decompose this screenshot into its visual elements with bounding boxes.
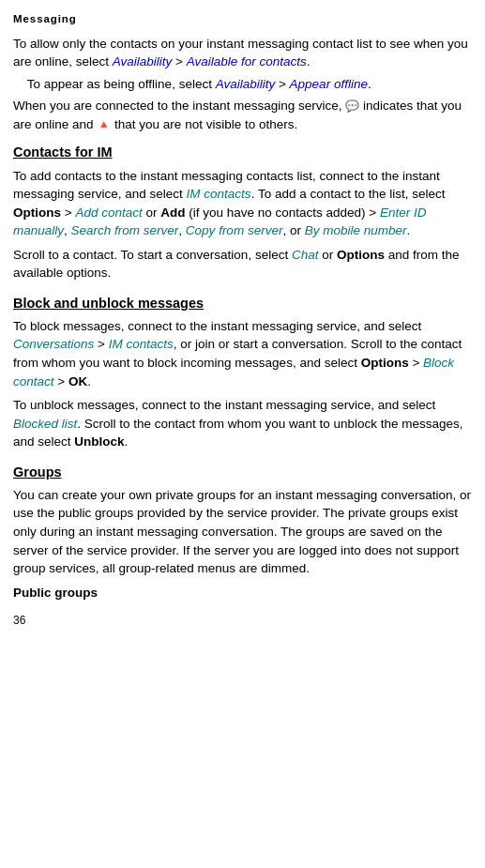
page-wrapper: Messaging To allow only the contacts on … xyxy=(0,0,485,648)
groups-para-1: You can create your own private groups f… xyxy=(13,486,472,578)
contacts-para-2: Scroll to a contact. To start a conversa… xyxy=(13,246,472,282)
block-para-1: To block messages, connect to the instan… xyxy=(13,317,472,390)
section-block-unblock: Block and unblock messages To block mess… xyxy=(13,294,472,451)
add-bold: Add xyxy=(160,206,185,220)
options-bold-2: Options xyxy=(337,248,385,262)
search-from-server-link[interactable]: Search from server xyxy=(71,223,179,237)
public-groups-label: Public groups xyxy=(13,586,98,600)
section-groups: Groups You can create your own private g… xyxy=(13,463,472,602)
section-contacts-for-im: Contacts for IM To add contacts to the i… xyxy=(13,143,472,282)
section-title-contacts-for-im: Contacts for IM xyxy=(13,143,472,162)
im-contacts-link-2[interactable]: IM contacts xyxy=(109,337,174,351)
intro-line2-sep1: > xyxy=(275,77,289,91)
blocked-list-link[interactable]: Blocked list xyxy=(13,417,77,431)
page-header: Messaging xyxy=(13,8,472,27)
intro-line1-suffix: . xyxy=(307,54,311,69)
appear-offline-link[interactable]: Appear offline xyxy=(290,77,368,91)
page-number: 36 xyxy=(13,613,472,629)
im-contacts-link-1[interactable]: IM contacts xyxy=(187,187,251,201)
intro-line-2: To appear as being offline, select Avail… xyxy=(13,75,472,94)
intro-line1-sep1: > xyxy=(172,54,186,69)
offline-icon: 🔺 xyxy=(97,118,111,131)
chat-link[interactable]: Chat xyxy=(292,248,319,262)
section-body-contacts-for-im: To add contacts to the instant messaging… xyxy=(13,167,472,282)
intro-line2-prefix: To appear as being offline, select xyxy=(27,77,216,91)
section-title-block-unblock: Block and unblock messages xyxy=(13,294,472,313)
availability-link1[interactable]: Availability xyxy=(113,54,173,69)
section-body-block-unblock: To block messages, connect to the instan… xyxy=(13,317,472,451)
copy-from-server-link[interactable]: Copy from server xyxy=(186,223,283,237)
by-mobile-number-link[interactable]: By mobile number xyxy=(305,223,407,237)
intro-line-3: When you are connected to the instant me… xyxy=(13,97,472,133)
available-for-contacts-link[interactable]: Available for contacts xyxy=(187,54,307,69)
section-title-groups: Groups xyxy=(13,463,472,482)
contacts-para-1: To add contacts to the instant messaging… xyxy=(13,167,472,240)
unblock-bold: Unblock xyxy=(74,434,124,449)
block-para-2: To unblock messages, connect to the inst… xyxy=(13,396,472,451)
section-body-groups: You can create your own private groups f… xyxy=(13,486,472,602)
ok-bold: OK xyxy=(68,374,87,388)
groups-para-2: Public groups xyxy=(13,584,472,602)
intro-line3-text: When you are connected to the instant me… xyxy=(13,99,345,113)
intro-line3c-text: that you are not visible to others. xyxy=(111,117,297,131)
online-icon: 💬 xyxy=(345,99,359,113)
add-contact-link[interactable]: Add contact xyxy=(75,206,142,220)
intro-line-1: To allow only the contacts on your insta… xyxy=(13,35,472,71)
intro-block: To allow only the contacts on your insta… xyxy=(13,35,472,134)
options-bold-1: Options xyxy=(13,206,61,220)
intro-line2-suffix: . xyxy=(368,77,371,91)
conversations-link[interactable]: Conversations xyxy=(13,337,94,351)
options-bold-3: Options xyxy=(361,356,409,370)
availability-link2[interactable]: Availability xyxy=(216,77,276,91)
